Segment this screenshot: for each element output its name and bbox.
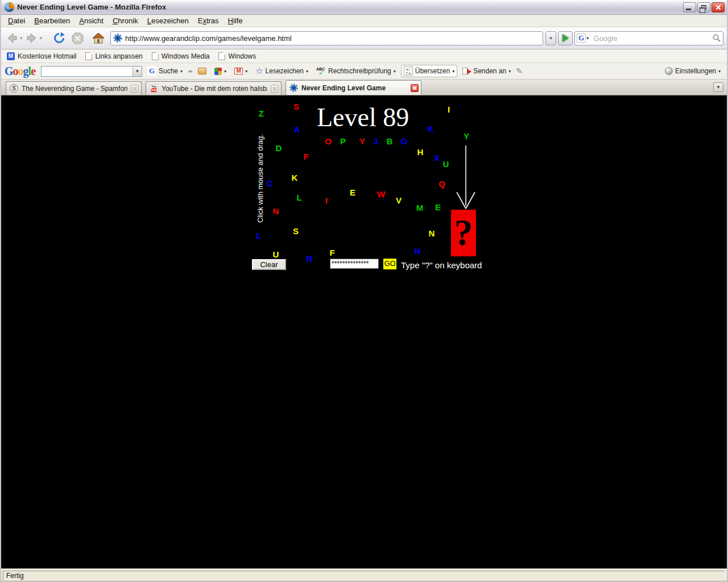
spellcheck-button[interactable]: ABC ✓ Rechtschreibprüfung ▾ xyxy=(313,65,399,77)
web-search-input[interactable] xyxy=(594,34,712,43)
bookmark-label: Windows xyxy=(228,52,256,60)
magnifier-icon[interactable] xyxy=(712,34,721,43)
restore-button[interactable] xyxy=(697,2,710,13)
back-button[interactable] xyxy=(5,30,19,47)
tab-active[interactable]: Never Ending Level Game xyxy=(286,80,421,95)
web-search-box[interactable]: G ▾ xyxy=(574,31,723,45)
menu-hilfe[interactable]: Hilfe xyxy=(224,15,247,26)
tab-close-icon[interactable] xyxy=(271,85,279,93)
game-letter-d[interactable]: D xyxy=(276,143,282,153)
highlighter-icon[interactable]: ✎ xyxy=(516,66,523,76)
chevron-down-icon: ▾ xyxy=(718,69,721,74)
menu-lesezeichen[interactable]: Lesezeichen xyxy=(143,15,193,26)
tab-inactive[interactable]: YouTubeYouTube - Die mit dem roten halsb… xyxy=(146,81,282,95)
game-letter-s[interactable]: S xyxy=(293,226,299,236)
game-letter-o[interactable]: O xyxy=(325,136,332,146)
google-suche-button[interactable]: G Suche ▾ xyxy=(144,65,185,77)
game-letter-b[interactable]: B xyxy=(387,136,393,146)
game-letter-j[interactable]: J xyxy=(373,136,378,146)
toolbar-handle-icon[interactable]: ◂▸ xyxy=(188,68,193,74)
url-history-dropdown[interactable]: ▾ xyxy=(545,31,556,45)
chevron-down-icon: ▾ xyxy=(549,35,552,41)
tab-close-icon[interactable] xyxy=(131,85,139,93)
google-search-field[interactable]: ▼ xyxy=(41,66,142,77)
minimize-icon xyxy=(686,9,691,10)
send-to-button[interactable]: Senden an ▾ xyxy=(460,65,514,77)
game-letter-l[interactable]: L xyxy=(296,193,301,202)
bookmark-item[interactable]: Links anpassen xyxy=(83,51,147,61)
game-letter-c[interactable]: C xyxy=(267,178,273,188)
forward-button[interactable] xyxy=(24,30,39,47)
forward-dropdown-icon[interactable]: ▾ xyxy=(40,35,43,41)
game-letter-m[interactable]: M xyxy=(416,203,424,213)
game-letter-f[interactable]: F xyxy=(329,248,334,257)
google-search-input[interactable] xyxy=(42,66,133,76)
game-letter-u[interactable]: U xyxy=(443,159,449,169)
send-icon xyxy=(462,68,471,75)
go-navigate-button[interactable] xyxy=(558,31,573,45)
game-letter-g[interactable]: G xyxy=(400,136,407,146)
gmail-button[interactable]: M ▾ xyxy=(231,66,250,76)
google-search-dropdown-icon[interactable]: ▼ xyxy=(133,66,142,76)
game-letter-b[interactable]: B xyxy=(307,253,313,263)
game-letter-y[interactable]: Y xyxy=(464,131,469,141)
game-letter-i[interactable]: I xyxy=(448,105,450,114)
title-bar: Never Ending Level Game - Mozilla Firefo… xyxy=(1,0,727,15)
page-icon xyxy=(152,52,159,60)
game-letter-p[interactable]: P xyxy=(340,136,346,146)
menu-extras[interactable]: Extras xyxy=(193,15,224,26)
game-letter-n[interactable]: N xyxy=(429,228,435,238)
menu-bearbeiten[interactable]: Bearbeiten xyxy=(30,15,75,26)
bookmark-item[interactable]: Windows Media xyxy=(150,51,214,61)
game-letter-q[interactable]: Q xyxy=(439,179,445,189)
clear-button[interactable]: Clear xyxy=(252,259,286,270)
minimize-button[interactable] xyxy=(683,2,696,13)
google-toolbar: Google ▼ G Suche ▾ ◂▸ ▾ M ▾ ☆ Lesezeiche… xyxy=(1,63,727,80)
reload-button[interactable] xyxy=(52,30,67,47)
game-letter-f[interactable]: F xyxy=(303,152,308,161)
game-letter-i[interactable]: I xyxy=(325,196,328,205)
translate-button[interactable]: a í 7 à Übersetzen ▾ xyxy=(401,65,457,77)
menu-datei[interactable]: Datei xyxy=(3,15,30,26)
game-letter-e[interactable]: E xyxy=(350,188,355,197)
tab-close-icon[interactable] xyxy=(411,84,419,92)
game-letter-k[interactable]: K xyxy=(428,124,434,134)
game-letter-h[interactable]: H xyxy=(417,147,424,157)
lesezeichen-button[interactable]: ☆ Lesezeichen ▾ xyxy=(253,65,311,77)
password-input[interactable] xyxy=(330,259,379,269)
game-letter-l[interactable]: L xyxy=(256,231,261,240)
mystery-question-box[interactable]: ? xyxy=(451,210,476,256)
tab-overflow-dropdown[interactable]: ▼ xyxy=(713,82,723,92)
firefox-icon xyxy=(5,2,14,12)
game-letter-z[interactable]: Z xyxy=(258,109,263,118)
navigation-toolbar: ▾ ▾ ▾ G ▾ xyxy=(1,27,727,49)
settings-button[interactable]: Einstellungen ▾ xyxy=(662,65,723,77)
game-letter-x[interactable]: X xyxy=(434,153,440,163)
search-engine-dropdown-icon[interactable]: ▾ xyxy=(586,35,589,41)
url-bar[interactable] xyxy=(110,31,543,45)
gmail-icon: M xyxy=(234,68,243,74)
game-letter-s[interactable]: S xyxy=(293,102,299,111)
home-button[interactable] xyxy=(91,30,106,47)
game-letter-k[interactable]: K xyxy=(292,173,298,182)
close-button[interactable] xyxy=(712,2,725,13)
bookmark-item[interactable]: MKostenlose Hotmail xyxy=(5,51,81,61)
game-letter-u[interactable]: U xyxy=(273,250,279,259)
game-letter-n[interactable]: N xyxy=(415,246,421,256)
pagerank-button[interactable] xyxy=(195,66,209,76)
bookmark-item[interactable]: Windows xyxy=(216,51,260,61)
game-letter-v[interactable]: V xyxy=(396,196,402,205)
menu-chronik[interactable]: Chronik xyxy=(108,15,143,26)
menu-ansicht[interactable]: Ansicht xyxy=(75,15,108,26)
url-input[interactable] xyxy=(125,34,540,43)
game-letter-a[interactable]: A xyxy=(294,124,300,134)
stop-button[interactable] xyxy=(70,30,85,47)
game-letter-y[interactable]: Y xyxy=(359,136,365,146)
go-button[interactable]: GO xyxy=(383,259,396,269)
game-letter-w[interactable]: W xyxy=(377,189,385,199)
tab-inactive[interactable]: SThe Neverending Game - Spamforum -... xyxy=(6,81,142,95)
game-letter-n[interactable]: N xyxy=(273,206,279,216)
game-letter-e[interactable]: E xyxy=(435,202,441,212)
back-dropdown-icon[interactable]: ▾ xyxy=(20,35,23,41)
share-button[interactable]: ▾ xyxy=(212,66,229,77)
